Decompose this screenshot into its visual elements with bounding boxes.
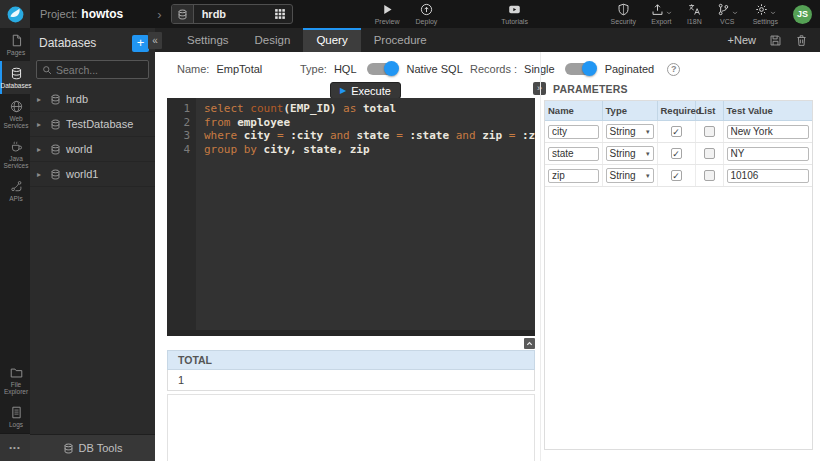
param-column-header: Type (602, 101, 657, 121)
query-name-value[interactable]: EmpTotal (216, 63, 262, 75)
wavemaker-logo-icon (6, 5, 25, 24)
editor-gutter: 1234 (167, 98, 196, 330)
branch-icon (717, 3, 730, 16)
sql-editor[interactable]: 1234 select count(EMP_ID) as totalfrom e… (167, 98, 535, 330)
topbar-right-actions: SecurityExportI18NVCSSettingsJS (611, 3, 812, 25)
preview-button[interactable]: Preview (375, 3, 400, 25)
param-name-input[interactable] (548, 147, 599, 161)
sidebar-item-apis[interactable]: APIs (0, 174, 30, 207)
sidebar-item-pages[interactable]: Pages (0, 28, 30, 61)
database-icon (10, 67, 23, 80)
database-search-input[interactable] (56, 64, 143, 76)
collapse-results-button[interactable] (524, 338, 535, 349)
settings-button[interactable]: Settings (753, 3, 778, 25)
param-type-select[interactable]: String▾ (606, 124, 654, 139)
grid-icon[interactable] (274, 8, 286, 20)
i18n-button[interactable]: I18N (687, 3, 702, 25)
caret-right-icon[interactable]: ▸ (37, 120, 45, 129)
db-tools-icon (63, 443, 74, 454)
search-icon (42, 65, 52, 75)
database-icon (50, 169, 61, 180)
database-name: TestDatabase (66, 118, 133, 130)
editor-code[interactable]: select count(EMP_ID) as totalfrom employ… (196, 98, 535, 330)
action-label: Deploy (416, 18, 438, 25)
database-list-item[interactable]: ▸hrdb (30, 87, 155, 112)
tab-procedure[interactable]: Procedure (361, 28, 440, 52)
export-button[interactable]: Export (651, 3, 672, 25)
add-database-button[interactable]: + (132, 35, 149, 52)
collapse-panel-button[interactable]: « (148, 32, 162, 49)
tutorials-button[interactable]: Tutorials (501, 3, 528, 25)
caret-right-icon[interactable]: ▸ (37, 95, 45, 104)
sidebar-more-button[interactable]: ••• (0, 433, 30, 461)
gear-icon (755, 3, 768, 16)
user-avatar[interactable]: JS (793, 5, 812, 24)
database-search (36, 60, 149, 79)
type-option-hql[interactable]: HQL (334, 63, 357, 75)
tabs: SettingsDesignQueryProcedure (174, 28, 440, 52)
param-type-select[interactable]: String▾ (606, 146, 654, 161)
database-list-item[interactable]: ▸TestDatabase (30, 112, 155, 137)
sidebar-item-web-services[interactable]: Web Services (0, 94, 30, 134)
execute-button[interactable]: ▶ Execute (330, 82, 401, 99)
code-line: where city = :city and state = :state an… (204, 129, 535, 143)
type-toggle[interactable] (367, 63, 397, 75)
records-label: Records : (470, 63, 517, 75)
caret-right-icon[interactable]: ▸ (37, 145, 45, 154)
chevron-up-icon (526, 340, 533, 347)
save-icon[interactable] (769, 34, 782, 47)
sidebar-item-logs[interactable]: Logs (0, 400, 30, 433)
vcs-button[interactable]: VCS (717, 3, 738, 25)
param-required-checkbox[interactable]: ✓ (671, 148, 682, 159)
param-test-value-input[interactable] (727, 125, 810, 139)
line-number: 1 (167, 102, 190, 116)
play-icon: ▶ (340, 86, 346, 95)
chevron-right-icon: › (157, 7, 161, 22)
line-number: 2 (167, 116, 190, 130)
param-name-input[interactable] (548, 125, 599, 139)
param-required-checkbox[interactable]: ✓ (671, 126, 682, 137)
sidebar-item-label: File Explorer (2, 381, 30, 395)
deploy-button[interactable]: Deploy (416, 3, 438, 25)
app-logo[interactable] (0, 0, 30, 28)
database-name: hrdb (66, 93, 88, 105)
database-list-item[interactable]: ▸world (30, 137, 155, 162)
param-required-checkbox[interactable]: ✓ (671, 170, 682, 181)
coffee-icon (10, 140, 23, 153)
tab-design[interactable]: Design (242, 28, 304, 52)
param-row: String▾✓ (545, 143, 812, 165)
action-label: Settings (753, 18, 778, 25)
param-list-checkbox[interactable] (704, 170, 715, 181)
translate-icon (688, 3, 701, 16)
param-list-checkbox[interactable] (704, 148, 715, 159)
code-line: group by city, state, zip (204, 143, 535, 157)
trash-icon[interactable] (795, 34, 808, 47)
tab-query[interactable]: Query (303, 28, 360, 52)
left-nav-sidebar: PagesDatabasesWeb ServicesJava ServicesA… (0, 28, 30, 461)
caret-right-icon[interactable]: ▸ (37, 170, 45, 179)
chevron-down-icon: ▾ (646, 150, 650, 158)
tab-bar: « SettingsDesignQueryProcedure +New (155, 28, 820, 52)
param-row: String▾✓ (545, 165, 812, 187)
sidebar-item-file-explorer[interactable]: File Explorer (0, 360, 30, 400)
sidebar-item-label: Java Services (2, 155, 30, 169)
tab-settings[interactable]: Settings (174, 28, 242, 52)
param-test-value-input[interactable] (727, 169, 810, 183)
type-option-nativesql[interactable]: Native SQL (407, 63, 463, 75)
db-tools-button[interactable]: DB Tools (30, 434, 155, 461)
param-test-value-input[interactable] (727, 147, 810, 161)
main-area: « SettingsDesignQueryProcedure +New Name… (155, 28, 820, 461)
editor-scrollbar[interactable] (167, 330, 535, 336)
sidebar-item-java-services[interactable]: Java Services (0, 134, 30, 174)
database-list-item[interactable]: ▸world1 (30, 162, 155, 187)
param-name-input[interactable] (548, 169, 599, 183)
security-button[interactable]: Security (611, 3, 636, 25)
database-selector[interactable]: hrdb (171, 4, 293, 24)
param-list-checkbox[interactable] (704, 126, 715, 137)
database-icon (50, 94, 61, 105)
param-column-header: List (695, 101, 723, 121)
new-query-button[interactable]: +New (728, 34, 756, 46)
param-type-select[interactable]: String▾ (606, 168, 654, 183)
sidebar-item-databases[interactable]: Databases (0, 61, 30, 94)
project-label: Project: (40, 8, 77, 20)
